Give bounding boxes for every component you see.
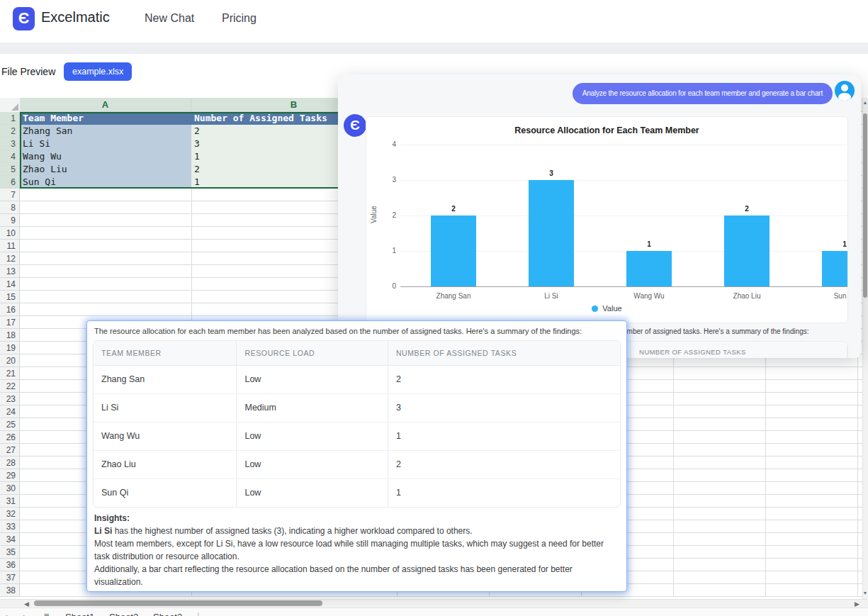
y-tick-label: 1 (366, 247, 396, 254)
nav-new-chat[interactable]: New Chat (145, 12, 194, 25)
analysis-table-cell: 2 (388, 451, 620, 478)
bar-value-label: 2 (431, 205, 476, 213)
chart-title: Resource Allocation for Each Team Member (366, 125, 847, 135)
file-preview-label: File Preview (1, 66, 55, 77)
chat-panel: Analyze the resource allocation for each… (338, 74, 861, 358)
row-number[interactable]: 15 (0, 291, 20, 303)
analysis-col-header: NUMBER OF ASSIGNED TASKS (388, 341, 620, 365)
spreadsheet-cell-a1[interactable]: Team Member (20, 112, 191, 125)
row-number[interactable]: 19 (0, 342, 20, 354)
analysis-table-row: Wang WuLow1 (94, 422, 620, 451)
horizontal-scroll-thumb[interactable] (34, 600, 322, 606)
row-number[interactable]: 10 (0, 227, 20, 240)
row-number[interactable]: 34 (0, 533, 20, 546)
row-number[interactable]: 36 (0, 559, 20, 571)
sheet-tab-sheet2[interactable]: Sheet2 (109, 612, 138, 616)
bar-sun-qi (822, 251, 848, 286)
scroll-down-icon[interactable]: ▼ (862, 590, 868, 595)
bar-value-label: 2 (724, 205, 770, 213)
scroll-left-icon[interactable]: ◀ (24, 600, 29, 607)
select-all-corner[interactable] (0, 98, 21, 113)
x-axis-label: Zhang San (415, 292, 492, 300)
row-number[interactable]: 38 (0, 584, 20, 597)
analysis-table-row: Li SiMedium3 (94, 394, 620, 422)
analysis-table-cell: Zhang San (94, 366, 237, 393)
row-number[interactable]: 32 (0, 508, 20, 520)
row-number[interactable]: 20 (0, 354, 20, 367)
y-tick-label: 2 (366, 211, 396, 219)
row-number[interactable]: 16 (0, 303, 20, 316)
response-intro: The resource allocation for each team me… (94, 327, 621, 335)
legend-label: Value (602, 304, 621, 313)
analysis-table: TEAM MEMBERRESOURCE LOADNUMBER OF ASSIGN… (93, 340, 621, 508)
spreadsheet-cell-a2[interactable]: Zhang San (20, 125, 191, 138)
row-number[interactable]: 24 (0, 405, 20, 418)
bar-chart-card: Resource Allocation for Each Team Member… (366, 116, 848, 323)
analysis-table-row: Sun QiLow1 (94, 479, 620, 507)
row-number[interactable]: 29 (0, 469, 20, 482)
scroll-right-icon[interactable]: ▶ (855, 600, 859, 607)
row-number[interactable]: 3 (0, 138, 20, 150)
row-number[interactable]: 6 (0, 176, 20, 189)
row-number[interactable]: 13 (0, 265, 20, 278)
row-number[interactable]: 17 (0, 316, 20, 329)
row-number[interactable]: 2 (0, 125, 20, 138)
row-number[interactable]: 12 (0, 252, 20, 265)
row-number[interactable]: 27 (0, 444, 20, 457)
insight-item: Most team members, except for Li Si, hav… (94, 537, 621, 563)
spreadsheet-cell-a5[interactable]: Zhao Liu (20, 163, 191, 176)
analysis-col-header: RESOURCE LOAD (237, 341, 388, 365)
brand-name: Excelmatic (41, 9, 110, 26)
analysis-table-cell: Wang Wu (94, 422, 237, 450)
row-number[interactable]: 30 (0, 482, 20, 495)
row-number[interactable]: 25 (0, 418, 20, 431)
analysis-popup: The resource allocation for each team me… (86, 320, 627, 592)
bar-li-si (529, 180, 574, 286)
row-number[interactable]: 33 (0, 520, 20, 533)
analysis-table-cell: Low (237, 479, 388, 507)
insight-item: Li Si has the highest number of assigned… (94, 525, 621, 537)
brand-logo-icon: Є (13, 7, 35, 30)
row-number[interactable]: 22 (0, 380, 20, 393)
row-number[interactable]: 7 (0, 189, 20, 201)
row-number[interactable]: 35 (0, 546, 20, 559)
scroll-up-icon[interactable]: ▲ (862, 100, 868, 105)
spreadsheet-cell-a3[interactable]: Li Si (20, 138, 191, 150)
sheet-tab-sheet1[interactable]: Sheet1 (65, 612, 94, 616)
row-number[interactable]: 26 (0, 431, 20, 444)
row-number[interactable]: 4 (0, 150, 20, 163)
vertical-scroll-thumb[interactable] (863, 113, 867, 298)
row-number[interactable]: 11 (0, 240, 20, 252)
next-sheet-icon[interactable]: › (23, 610, 26, 616)
prev-sheet-icon[interactable]: ‹ (4, 610, 8, 616)
row-number[interactable]: 37 (0, 571, 20, 584)
row-number[interactable]: 8 (0, 201, 20, 214)
nav-pricing[interactable]: Pricing (222, 12, 257, 25)
column-header-a[interactable]: A (20, 98, 191, 112)
spreadsheet-cell-a4[interactable]: Wang Wu (20, 150, 191, 163)
row-number[interactable]: 23 (0, 393, 20, 405)
legend-dot-icon (592, 306, 598, 312)
x-axis-label: Zhao Liu (708, 292, 786, 300)
row-number[interactable]: 9 (0, 214, 20, 227)
row-number[interactable]: 31 (0, 495, 20, 508)
spreadsheet-cell-a6[interactable]: Sun Qi (20, 176, 191, 189)
analysis-table-row: Zhang SanLow2 (94, 366, 620, 394)
sheet-tab-sheet3[interactable]: Sheet3 (153, 612, 182, 616)
row-number[interactable]: 1 (0, 112, 20, 125)
file-tab-example-xlsx[interactable]: example.xlsx (64, 62, 132, 81)
row-number[interactable]: 21 (0, 367, 20, 380)
row-number[interactable]: 18 (0, 329, 20, 342)
analysis-col-header: TEAM MEMBER (94, 341, 237, 365)
bar-value-label: 1 (626, 240, 672, 248)
row-number[interactable]: 14 (0, 278, 20, 291)
chart-legend: Value (366, 304, 847, 313)
analysis-table-cell: 1 (388, 422, 620, 450)
y-tick-label: 4 (366, 140, 396, 148)
row-number[interactable]: 5 (0, 163, 20, 176)
sheet-menu-icon[interactable]: ≡ (44, 610, 50, 616)
row-number[interactable]: 28 (0, 457, 20, 469)
insights-heading: Insights: (94, 513, 130, 523)
bar-zhao-liu (724, 215, 770, 286)
analysis-table-cell: 2 (388, 366, 620, 393)
